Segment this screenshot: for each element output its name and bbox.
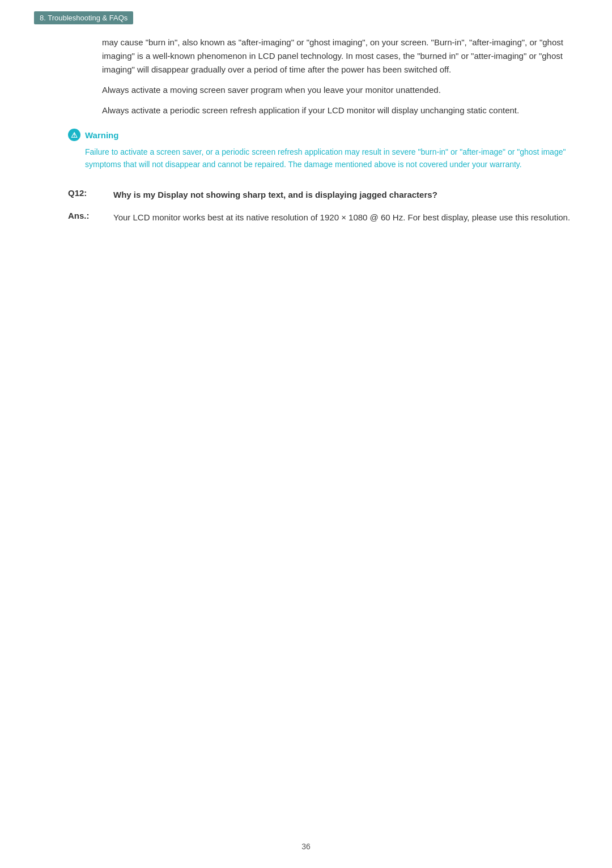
ans12-label: Ans.:	[68, 211, 113, 224]
warning-title: Warning	[85, 130, 118, 140]
q12-question: Why is my Display not showing sharp text…	[113, 188, 578, 202]
intro-paragraph-3: Always activate a periodic screen refres…	[102, 104, 578, 117]
warning-icon: ⚠	[68, 129, 80, 141]
page-container: 8. Troubleshooting & FAQs may cause "bur…	[0, 0, 612, 270]
warning-header: ⚠ Warning	[68, 129, 578, 141]
intro-paragraph-1: may cause "burn in", also known as "afte…	[102, 36, 578, 76]
q12-label: Q12:	[68, 188, 113, 202]
ans12-answer: Your LCD monitor works best at its nativ…	[113, 211, 578, 224]
table-row: Ans.: Your LCD monitor works best at its…	[68, 211, 578, 224]
intro-text-section: may cause "burn in", also known as "afte…	[102, 36, 578, 117]
section-header: 8. Troubleshooting & FAQs	[34, 11, 133, 24]
warning-section: ⚠ Warning Failure to activate a screen s…	[68, 129, 578, 171]
warning-body-text: Failure to activate a screen saver, or a…	[85, 146, 578, 171]
table-row: Q12: Why is my Display not showing sharp…	[68, 188, 578, 202]
page-number: 36	[301, 842, 311, 851]
warning-icon-symbol: ⚠	[71, 131, 78, 139]
section-header-label: 8. Troubleshooting & FAQs	[40, 14, 128, 22]
qa-section: Q12: Why is my Display not showing sharp…	[34, 188, 578, 224]
page-number-value: 36	[301, 842, 311, 851]
intro-paragraph-2: Always activate a moving screen saver pr…	[102, 83, 578, 97]
